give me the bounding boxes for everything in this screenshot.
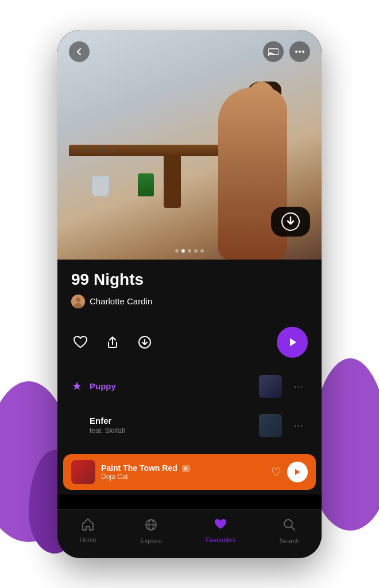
now-playing-bar[interactable]: Paint The Town Red E Doja Cat ♡	[63, 454, 316, 490]
song-title: 99 Nights	[71, 271, 308, 289]
back-button[interactable]	[69, 41, 90, 62]
artist-avatar	[71, 295, 85, 308]
track-more-button-puppy[interactable]: ···	[289, 377, 308, 395]
artist-avatar-img	[71, 295, 85, 308]
now-playing-play-icon	[293, 468, 301, 476]
now-playing-heart-button[interactable]: ♡	[271, 465, 281, 479]
track-info-puppy: Puppy	[90, 381, 252, 391]
explicit-badge: E	[182, 465, 190, 472]
favourites-icon	[214, 518, 227, 534]
nav-label-search: Search	[280, 537, 300, 544]
nav-item-home[interactable]: Home	[70, 516, 105, 547]
cast-icon	[268, 48, 279, 56]
now-playing-play-button[interactable]	[287, 462, 308, 482]
download-button[interactable]	[136, 333, 154, 351]
explore-icon	[144, 518, 158, 535]
play-icon	[286, 336, 299, 349]
artist-row: Charlotte Cardin	[71, 295, 308, 308]
back-icon	[75, 47, 84, 56]
more-options-button[interactable]	[289, 41, 310, 62]
track-art-puppy	[259, 375, 282, 398]
now-playing-info: Paint The Town Red E Doja Cat	[101, 463, 265, 481]
download-icon	[281, 212, 300, 231]
cast-button[interactable]	[263, 41, 284, 62]
can	[138, 173, 154, 196]
nav-right-buttons	[263, 41, 310, 62]
track-item-enfer[interactable]: Enfer feat. Skiifall ···	[57, 406, 322, 445]
svg-point-3	[299, 51, 301, 53]
glass	[92, 176, 109, 196]
actions-row	[57, 318, 322, 367]
nav-item-explore[interactable]: Explore	[132, 516, 171, 547]
svg-point-2	[295, 51, 297, 53]
play-button[interactable]	[277, 327, 308, 358]
artist-name: Charlotte Cardin	[90, 296, 152, 306]
share-icon	[106, 335, 119, 349]
share-button[interactable]	[103, 333, 122, 351]
track-sub-enfer: feat. Skiifall	[90, 427, 252, 435]
track-name-enfer: Enfer	[90, 416, 252, 425]
track-art-enfer	[259, 414, 282, 437]
track-list: Puppy ··· Enfer feat. Skiifall ···	[57, 367, 322, 450]
nav-label-favourites: Favourites	[206, 536, 235, 543]
search-icon	[283, 518, 296, 535]
download-circle-icon	[138, 335, 152, 349]
song-info-section: 99 Nights Charlotte Cardin	[57, 260, 322, 318]
download-badge[interactable]	[271, 207, 310, 237]
nav-label-home: Home	[79, 536, 96, 543]
now-playing-artist: Doja Cat	[101, 473, 265, 481]
heart-outline-icon	[73, 335, 88, 349]
now-playing-actions: ♡	[271, 462, 308, 482]
more-dots-icon	[295, 51, 304, 53]
svg-marker-10	[73, 382, 81, 390]
dot-1	[175, 249, 179, 253]
track-item-puppy[interactable]: Puppy ···	[57, 367, 322, 406]
bottom-nav: Home Explore Favourites	[57, 509, 322, 558]
purple-star-icon	[72, 381, 82, 392]
dot-5	[200, 249, 204, 253]
dot-2	[181, 249, 185, 253]
top-nav	[57, 30, 322, 68]
track-name-puppy: Puppy	[90, 381, 252, 391]
svg-point-4	[302, 51, 304, 53]
track-info-enfer: Enfer feat. Skiifall	[90, 416, 252, 435]
table-leg	[164, 156, 181, 208]
track-active-icon	[71, 381, 83, 392]
dot-indicator	[175, 249, 204, 253]
track-more-button-enfer[interactable]: ···	[289, 416, 308, 434]
like-button[interactable]	[71, 333, 90, 351]
nav-item-search[interactable]: Search	[270, 516, 309, 547]
nav-label-explore: Explore	[141, 537, 162, 544]
dot-3	[188, 249, 191, 253]
dot-4	[194, 249, 198, 253]
album-art-text-overlay: 99 nights	[80, 145, 116, 153]
phone-frame: 99 nights	[57, 30, 322, 558]
svg-point-7	[76, 297, 80, 302]
svg-line-15	[292, 527, 295, 531]
track-icon-enfer	[71, 420, 83, 431]
now-playing-thumb	[71, 460, 95, 484]
now-playing-title: Paint The Town Red E	[101, 463, 265, 473]
action-icons-group	[71, 333, 154, 351]
nav-item-favourites[interactable]: Favourites	[197, 516, 245, 547]
album-art-container: 99 nights	[57, 30, 322, 260]
home-icon	[81, 518, 95, 534]
figure-area	[184, 76, 287, 260]
